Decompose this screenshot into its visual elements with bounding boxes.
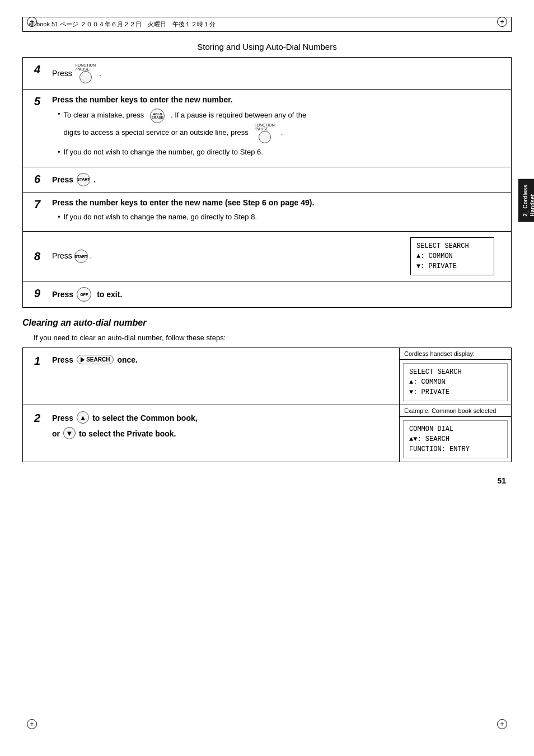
header-bar: all.book 51 ページ ２００４年６月２２日 火曜日 午後１２時１分: [22, 17, 512, 32]
step-5-bullet-1: • To clear a mistake, press HOLD ERASE .…: [58, 109, 500, 143]
step-9-to-exit: to exit.: [97, 290, 122, 299]
step-8-period: .: [90, 251, 92, 260]
step-8-row: 8 Press START . SELECT SEARCH ▲: COMMON …: [23, 232, 511, 281]
function-pause-btn-5b: FUNCTION/PAUSE: [255, 123, 275, 143]
step-9-row: 9 Press OFF to exit.: [23, 281, 511, 307]
clear-step-1-once: once.: [117, 355, 138, 364]
cs2-line2b: to select the Private book.: [79, 429, 176, 438]
off-btn-9: OFF: [77, 287, 91, 302]
clear-step-2-display-label: Example: Common book selected: [400, 405, 511, 417]
step-8-content: Press START .: [52, 250, 405, 263]
step-5-number: 5: [34, 95, 46, 108]
clear-step-2-right: Example: Common book selected COMMON DIA…: [399, 405, 511, 462]
cs2-press: Press: [52, 414, 73, 422]
page-number: 51: [497, 476, 506, 485]
step-8-display-line2: ▲: COMMON: [416, 251, 488, 261]
corner-tr: +: [497, 17, 507, 27]
step-4-number: 4: [34, 63, 46, 76]
header-text: all.book 51 ページ ２００４年６月２２日 火曜日 午後１２時１分: [29, 20, 216, 29]
up-arrow-btn: ▲: [77, 411, 89, 424]
search-btn: SEARCH: [77, 355, 114, 364]
c1-line3: ▼: PRIVATE: [409, 387, 502, 397]
step-8-display-box: SELECT SEARCH ▲: COMMON ▼: PRIVATE: [410, 237, 494, 275]
function-pause-btn-4: FUNCTION/PAUSE: [76, 63, 96, 83]
clear-step-1-left: 1 Press SEARCH once.: [23, 348, 399, 405]
clear-step-1-right: Cordless handset display: SELECT SEARCH …: [399, 348, 511, 405]
clear-step-1-press: Press: [52, 355, 73, 364]
c2-line1: COMMON DIAL: [409, 424, 502, 434]
clear-step-2-left: 2 Press ▲ to select the Common book, or …: [23, 405, 399, 462]
page-title: Storing and Using Auto-Dial Numbers: [22, 42, 512, 51]
clear-step-2-row: 2 Press ▲ to select the Common book, or …: [23, 405, 511, 462]
step-7-main-line: Press the number keys to enter the new n…: [52, 198, 500, 207]
step-5-bullets: • To clear a mistake, press HOLD ERASE .…: [58, 109, 500, 158]
step-6-press: Press: [52, 175, 73, 184]
start-btn-6: START: [77, 173, 90, 186]
clear-step-2-content: Press ▲ to select the Common book, or ▼ …: [52, 412, 198, 440]
step-9-number: 9: [34, 287, 46, 300]
clear-step-1-display-label: Cordless handset display:: [400, 348, 511, 360]
step-7-content: Press the number keys to enter the new n…: [52, 198, 500, 226]
step-4-content: Press FUNCTION/PAUSE .: [52, 63, 500, 83]
step-5-b1-p4: .: [281, 128, 283, 137]
step-5-row: 5 Press the number keys to enter the new…: [23, 90, 511, 167]
c2-line3: FUNCTION: ENTRY: [409, 444, 502, 454]
clearing-intro: If you need to clear an auto-dial number…: [34, 334, 512, 342]
step-8-number: 8: [34, 250, 46, 263]
clearing-section-title: Clearing an auto-dial number: [22, 318, 512, 328]
clear-step-1-number: 1: [34, 355, 46, 368]
step-5-b1-p2: . If a pause is required between any of …: [171, 111, 306, 119]
step-4-press: Press: [52, 69, 72, 78]
clear-step-2-line2: or ▼ to select the Private book.: [52, 428, 198, 440]
step-6-row: 6 Press START .: [23, 167, 511, 192]
cs2-or: or: [52, 429, 60, 438]
step-8-display-line1: SELECT SEARCH: [416, 241, 488, 251]
step-4-period: .: [99, 69, 101, 78]
clearing-box: 1 Press SEARCH once. Cordless handset di…: [22, 348, 512, 462]
step-9-content: Press OFF to exit.: [52, 287, 500, 302]
side-tab: 2_ CordlessHandset: [518, 179, 534, 222]
function-pause-circle: [79, 71, 92, 83]
step-5-b1-p3: digits to access a special service or an…: [64, 128, 249, 137]
step-7-number: 7: [34, 198, 46, 211]
step-8-press: Press: [52, 251, 72, 260]
step-5-content: Press the number keys to enter the new n…: [52, 95, 500, 161]
step-8-display: SELECT SEARCH ▲: COMMON ▼: PRIVATE: [410, 237, 500, 275]
step-5-main-line: Press the number keys to enter the new n…: [52, 95, 500, 104]
main-steps-box: 4 Press FUNCTION/PAUSE . 5 Press the num…: [22, 57, 512, 308]
search-triangle-icon: [81, 357, 85, 363]
c1-line1: SELECT SEARCH: [409, 367, 502, 377]
step-4-row: 4 Press FUNCTION/PAUSE .: [23, 58, 511, 90]
hold-erase-btn: HOLD ERASE: [150, 109, 165, 123]
step-4-main-line: Press FUNCTION/PAUSE .: [52, 63, 500, 83]
step-5-b1-p1: To clear a mistake, press: [64, 111, 144, 119]
step-7-b1: If you do not wish to change the name, g…: [64, 212, 257, 223]
step-8-main-line: Press START .: [52, 250, 405, 263]
cs2-line1b: to select the Common book,: [92, 414, 197, 422]
page-footer: 51: [0, 468, 534, 491]
step-5-main-text: Press the number keys to enter the new n…: [52, 95, 233, 104]
search-label: SEARCH: [86, 356, 110, 363]
step-7-row: 7 Press the number keys to enter the new…: [23, 192, 511, 232]
down-arrow-btn: ▼: [63, 427, 76, 439]
step-6-period: .: [93, 175, 96, 184]
c2-line2: ▲▼: SEARCH: [409, 434, 502, 444]
clear-step-1-content: Press SEARCH once.: [52, 355, 138, 364]
step-9-press: Press: [52, 290, 73, 299]
corner-br: +: [497, 719, 507, 729]
c1-line2: ▲: COMMON: [409, 377, 502, 387]
step-6-content: Press START .: [52, 173, 500, 186]
step-7-main-text: Press the number keys to enter the new n…: [52, 198, 314, 207]
step-5-bullet-2: • If you do not wish to change the numbe…: [58, 147, 500, 158]
clear-step-2-line1: Press ▲ to select the Common book,: [52, 412, 198, 424]
corner-bl: +: [27, 719, 37, 729]
step-6-number: 6: [34, 173, 46, 186]
function-pause-circle-5b: [259, 131, 271, 143]
step-7-bullet-1: • If you do not wish to change the name,…: [58, 212, 500, 223]
clear-step-1-main-line: Press SEARCH once.: [52, 355, 138, 364]
step-6-main-line: Press START .: [52, 173, 500, 186]
clear-step-1-display-screen: SELECT SEARCH ▲: COMMON ▼: PRIVATE: [403, 363, 508, 401]
step-7-bullets: • If you do not wish to change the name,…: [58, 212, 500, 223]
step-5-b2: If you do not wish to change the number,…: [64, 147, 263, 158]
start-btn-8: START: [74, 250, 88, 263]
